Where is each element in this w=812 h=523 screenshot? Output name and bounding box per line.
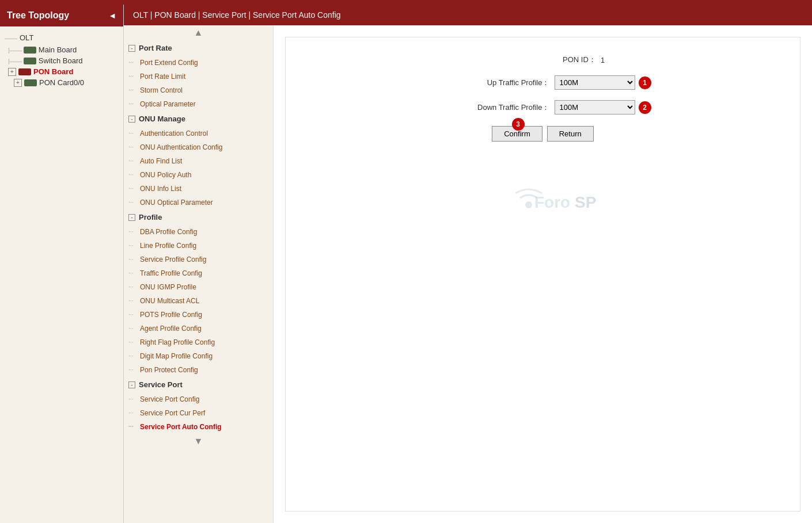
nav-item-service-port-cur-perf[interactable]: Service Port Cur Perf	[124, 406, 273, 420]
nav-item-auth-control[interactable]: Authentication Control	[124, 127, 273, 140]
down-traffic-row: Down Traffic Profile： 100M 200M 500M 1G …	[309, 100, 777, 114]
nav-item-onu-igmp[interactable]: ONU IGMP Profile	[124, 280, 273, 294]
nav-menu: ▲ - Port Rate Port Extend Config Port Ra…	[124, 25, 274, 523]
nav-item-digit-map-profile[interactable]: Digit Map Profile Config	[124, 349, 273, 363]
tree-item-pon-board[interactable]: + PON Board	[2, 66, 121, 77]
switch-board-label: Switch Board	[39, 56, 83, 65]
breadcrumb-text: OLT | PON Board | Service Port | Service…	[133, 10, 341, 20]
badge-1: 1	[639, 77, 651, 89]
nav-section-onu-manage: - ONU Manage	[124, 111, 273, 127]
tree-item-olt[interactable]: —— OLT	[2, 31, 121, 44]
up-traffic-row: Up Traffic Profile： 100M 200M 500M 1G 1	[309, 75, 777, 90]
profile-label: Profile	[139, 213, 162, 222]
pon-card-label: PON Card0/0	[39, 78, 84, 87]
pon-id-label: PON ID：	[481, 55, 596, 65]
nav-item-port-extend-config[interactable]: Port Extend Config	[124, 56, 273, 70]
tree-item-switch-board[interactable]: |—— Switch Board	[2, 55, 121, 66]
up-traffic-label: Up Traffic Profile：	[435, 78, 550, 88]
scroll-down-indicator[interactable]: ▼	[124, 434, 273, 449]
breadcrumb: OLT | PON Board | Service Port | Service…	[124, 5, 812, 25]
nav-item-service-profile[interactable]: Service Profile Config	[124, 253, 273, 266]
nav-section-profile: - Profile	[124, 209, 273, 225]
olt-label: OLT	[20, 33, 33, 42]
down-traffic-select[interactable]: 100M 200M 500M 1G	[555, 100, 635, 114]
nav-item-line-profile[interactable]: Line Profile Config	[124, 239, 273, 253]
svg-text:Foro: Foro	[534, 193, 570, 211]
nav-item-onu-optical-param[interactable]: ONU Optical Parameter	[124, 196, 273, 209]
expand-icon[interactable]: +	[8, 68, 16, 76]
nav-item-pots-profile[interactable]: POTS Profile Config	[124, 308, 273, 322]
pon-board-icon	[18, 68, 31, 75]
nav-item-dba-profile[interactable]: DBA Profile Config	[124, 225, 273, 239]
nav-item-onu-auth-config[interactable]: ONU Authentication Config	[124, 140, 273, 154]
svg-text:SP: SP	[575, 193, 596, 211]
tree-item-main-board[interactable]: |—— Main Board	[2, 44, 121, 55]
top-bar	[0, 0, 812, 5]
port-rate-label: Port Rate	[139, 44, 172, 52]
sidebar-title: Tree Topology	[7, 10, 69, 21]
nav-item-onu-info-list[interactable]: ONU Info List	[124, 182, 273, 196]
nav-scroll-container: - Port Rate Port Extend Config Port Rate…	[124, 40, 273, 434]
form-container: PON ID： 1 Up Traffic Profile： 100M 200M …	[285, 37, 800, 511]
onu-manage-label: ONU Manage	[139, 114, 185, 123]
main-board-icon	[24, 47, 36, 54]
nav-item-auto-find-list[interactable]: Auto Find List	[124, 154, 273, 168]
nav-item-onu-multicast-acl[interactable]: ONU Multicast ACL	[124, 294, 273, 308]
switch-board-icon	[24, 58, 36, 64]
watermark: Foro SP	[309, 176, 777, 227]
nav-item-traffic-profile[interactable]: Traffic Profile Config	[124, 266, 273, 280]
service-port-section-icon: -	[128, 381, 135, 388]
port-rate-section-icon: -	[128, 45, 135, 52]
nav-item-service-port-config[interactable]: Service Port Config	[124, 392, 273, 406]
nav-section-service-port: - Service Port	[124, 377, 273, 392]
nav-item-port-rate-limit[interactable]: Port Rate Limit	[124, 70, 273, 83]
profile-section-icon: -	[128, 214, 135, 221]
sidebar-tree: —— OLT |—— Main Board |—— Switch Board +…	[0, 26, 123, 523]
pon-board-label: PON Board	[33, 67, 73, 76]
pon-card-icon	[24, 79, 37, 86]
svg-point-0	[525, 201, 532, 208]
nav-item-agent-profile[interactable]: Agent Profile Config	[124, 322, 273, 335]
nav-section-port-rate: - Port Rate	[124, 40, 273, 56]
watermark-svg: Foro SP	[480, 176, 606, 222]
sidebar-header: Tree Topology ◄	[0, 5, 123, 26]
nav-item-right-flag-profile[interactable]: Right Flag Profile Config	[124, 335, 273, 349]
sidebar: Tree Topology ◄ —— OLT |—— Main Board |—…	[0, 5, 124, 523]
nav-item-onu-policy-auth[interactable]: ONU Policy Auth	[124, 168, 273, 182]
service-port-label: Service Port	[139, 380, 183, 389]
tree-item-pon-card[interactable]: + PON Card0/0	[2, 77, 121, 88]
down-traffic-label: Down Traffic Profile：	[435, 102, 550, 113]
scroll-up-indicator[interactable]: ▲	[124, 25, 273, 40]
main-board-label: Main Board	[39, 45, 77, 54]
pon-id-row: PON ID： 1	[309, 55, 777, 65]
nav-item-pon-protect[interactable]: Pon Protect Config	[124, 363, 273, 377]
onu-manage-section-icon: -	[128, 116, 135, 123]
nav-item-optical-parameter[interactable]: Optical Parameter	[124, 97, 273, 111]
nav-item-service-port-auto-config[interactable]: Service Port Auto Config	[124, 420, 273, 434]
content-area: OLT | PON Board | Service Port | Service…	[124, 5, 812, 523]
badge-3: 3	[512, 118, 525, 131]
main-panel: PON ID： 1 Up Traffic Profile： 100M 200M …	[274, 25, 812, 523]
pon-card-expand-icon[interactable]: +	[14, 79, 22, 87]
return-button[interactable]: Return	[547, 126, 594, 142]
pon-id-value: 1	[601, 56, 605, 64]
collapse-arrow-icon[interactable]: ◄	[108, 11, 116, 20]
button-row: 3 Confirm Return	[309, 126, 777, 142]
badge-2: 2	[639, 101, 651, 114]
up-traffic-select[interactable]: 100M 200M 500M 1G	[555, 75, 635, 90]
nav-item-storm-control[interactable]: Storm Control	[124, 83, 273, 97]
